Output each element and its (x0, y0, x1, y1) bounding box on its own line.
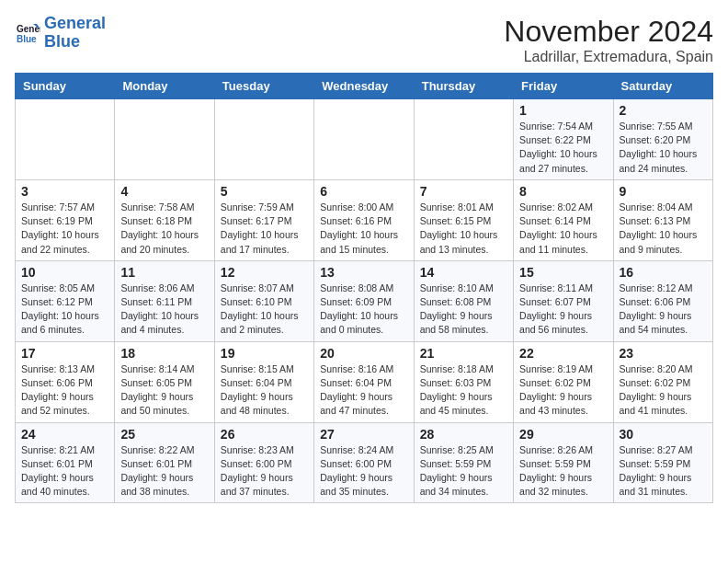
calendar-cell: 3Sunrise: 7:57 AM Sunset: 6:19 PM Daylig… (16, 179, 115, 260)
calendar-cell: 28Sunrise: 8:25 AM Sunset: 5:59 PM Dayli… (414, 422, 513, 503)
day-number: 9 (620, 184, 707, 199)
calendar-cell: 2Sunrise: 7:55 AM Sunset: 6:20 PM Daylig… (613, 99, 712, 180)
day-number: 10 (21, 265, 108, 280)
day-info: Sunrise: 8:20 AM Sunset: 6:02 PM Dayligh… (620, 362, 707, 419)
day-of-week-header: Friday (514, 74, 613, 99)
calendar-cell (414, 99, 513, 180)
day-of-week-header: Saturday (613, 74, 712, 99)
calendar-table: SundayMondayTuesdayWednesdayThursdayFrid… (15, 73, 713, 503)
day-info: Sunrise: 8:27 AM Sunset: 5:59 PM Dayligh… (620, 443, 707, 500)
day-info: Sunrise: 8:23 AM Sunset: 6:00 PM Dayligh… (221, 443, 308, 500)
day-number: 25 (120, 427, 208, 442)
calendar-cell: 20Sunrise: 8:16 AM Sunset: 6:04 PM Dayli… (314, 341, 414, 422)
calendar-cell: 19Sunrise: 8:15 AM Sunset: 6:04 PM Dayli… (214, 341, 313, 422)
calendar-week-row: 10Sunrise: 8:05 AM Sunset: 6:12 PM Dayli… (16, 260, 713, 341)
day-number: 2 (620, 103, 707, 118)
day-number: 18 (120, 346, 208, 361)
day-info: Sunrise: 8:04 AM Sunset: 6:13 PM Dayligh… (620, 201, 707, 257)
calendar-cell: 8Sunrise: 8:02 AM Sunset: 6:14 PM Daylig… (514, 179, 613, 260)
day-number: 17 (21, 346, 108, 361)
day-info: Sunrise: 7:59 AM Sunset: 6:17 PM Dayligh… (221, 201, 308, 257)
calendar-cell (16, 99, 115, 180)
calendar-cell: 17Sunrise: 8:13 AM Sunset: 6:06 PM Dayli… (16, 341, 115, 422)
day-info: Sunrise: 8:24 AM Sunset: 6:00 PM Dayligh… (320, 443, 407, 500)
calendar-cell: 5Sunrise: 7:59 AM Sunset: 6:17 PM Daylig… (214, 179, 313, 260)
calendar-cell: 29Sunrise: 8:26 AM Sunset: 5:59 PM Dayli… (514, 422, 613, 503)
day-number: 4 (120, 184, 208, 199)
calendar-cell: 14Sunrise: 8:10 AM Sunset: 6:08 PM Dayli… (414, 260, 513, 341)
calendar-cell: 10Sunrise: 8:05 AM Sunset: 6:12 PM Dayli… (16, 260, 115, 341)
day-info: Sunrise: 8:11 AM Sunset: 6:07 PM Dayligh… (519, 282, 607, 338)
day-info: Sunrise: 8:19 AM Sunset: 6:02 PM Dayligh… (519, 362, 607, 419)
calendar-cell: 24Sunrise: 8:21 AM Sunset: 6:01 PM Dayli… (16, 422, 115, 503)
calendar-cell: 27Sunrise: 8:24 AM Sunset: 6:00 PM Dayli… (314, 422, 414, 503)
day-number: 14 (420, 265, 507, 280)
day-number: 16 (620, 265, 707, 280)
calendar-cell: 23Sunrise: 8:20 AM Sunset: 6:02 PM Dayli… (613, 341, 712, 422)
calendar-week-row: 3Sunrise: 7:57 AM Sunset: 6:19 PM Daylig… (16, 179, 713, 260)
day-info: Sunrise: 8:07 AM Sunset: 6:10 PM Dayligh… (221, 282, 308, 338)
day-number: 8 (519, 184, 607, 199)
day-info: Sunrise: 8:16 AM Sunset: 6:04 PM Dayligh… (320, 362, 407, 419)
day-number: 13 (320, 265, 407, 280)
location: Ladrillar, Extremadura, Spain (504, 49, 713, 65)
calendar-week-row: 24Sunrise: 8:21 AM Sunset: 6:01 PM Dayli… (16, 422, 713, 503)
calendar-cell (214, 99, 313, 180)
calendar-cell: 30Sunrise: 8:27 AM Sunset: 5:59 PM Dayli… (613, 422, 712, 503)
calendar-week-row: 1Sunrise: 7:54 AM Sunset: 6:22 PM Daylig… (16, 99, 713, 180)
day-info: Sunrise: 8:15 AM Sunset: 6:04 PM Dayligh… (221, 362, 308, 419)
day-number: 12 (221, 265, 308, 280)
day-info: Sunrise: 8:08 AM Sunset: 6:09 PM Dayligh… (320, 282, 407, 338)
svg-text:Blue: Blue (17, 34, 37, 44)
day-number: 23 (620, 346, 707, 361)
day-info: Sunrise: 8:06 AM Sunset: 6:11 PM Dayligh… (120, 282, 208, 338)
day-number: 29 (519, 427, 607, 442)
calendar-cell: 11Sunrise: 8:06 AM Sunset: 6:11 PM Dayli… (115, 260, 214, 341)
day-number: 28 (420, 427, 507, 442)
day-info: Sunrise: 8:00 AM Sunset: 6:16 PM Dayligh… (320, 201, 407, 257)
calendar-cell: 4Sunrise: 7:58 AM Sunset: 6:18 PM Daylig… (115, 179, 214, 260)
calendar-cell: 16Sunrise: 8:12 AM Sunset: 6:06 PM Dayli… (613, 260, 712, 341)
day-number: 19 (221, 346, 308, 361)
calendar-cell (115, 99, 214, 180)
day-number: 1 (519, 103, 607, 118)
calendar-cell: 26Sunrise: 8:23 AM Sunset: 6:00 PM Dayli… (214, 422, 313, 503)
calendar-cell: 15Sunrise: 8:11 AM Sunset: 6:07 PM Dayli… (514, 260, 613, 341)
day-number: 21 (420, 346, 507, 361)
calendar-cell: 7Sunrise: 8:01 AM Sunset: 6:15 PM Daylig… (414, 179, 513, 260)
calendar-cell: 18Sunrise: 8:14 AM Sunset: 6:05 PM Dayli… (115, 341, 214, 422)
logo: General Blue General Blue (15, 15, 106, 52)
calendar-cell: 25Sunrise: 8:22 AM Sunset: 6:01 PM Dayli… (115, 422, 214, 503)
day-of-week-header: Wednesday (314, 74, 414, 99)
day-info: Sunrise: 8:01 AM Sunset: 6:15 PM Dayligh… (420, 201, 507, 257)
day-info: Sunrise: 8:02 AM Sunset: 6:14 PM Dayligh… (519, 201, 607, 257)
calendar-header: SundayMondayTuesdayWednesdayThursdayFrid… (16, 74, 713, 99)
calendar-week-row: 17Sunrise: 8:13 AM Sunset: 6:06 PM Dayli… (16, 341, 713, 422)
day-number: 3 (21, 184, 108, 199)
day-info: Sunrise: 8:25 AM Sunset: 5:59 PM Dayligh… (420, 443, 507, 500)
day-number: 27 (320, 427, 407, 442)
day-info: Sunrise: 8:05 AM Sunset: 6:12 PM Dayligh… (21, 282, 108, 338)
month-year: November 2024 (504, 15, 713, 49)
day-number: 6 (320, 184, 407, 199)
day-info: Sunrise: 8:26 AM Sunset: 5:59 PM Dayligh… (519, 443, 607, 500)
calendar-cell: 6Sunrise: 8:00 AM Sunset: 6:16 PM Daylig… (314, 179, 414, 260)
day-number: 15 (519, 265, 607, 280)
day-number: 26 (221, 427, 308, 442)
day-info: Sunrise: 8:18 AM Sunset: 6:03 PM Dayligh… (420, 362, 507, 419)
day-info: Sunrise: 8:13 AM Sunset: 6:06 PM Dayligh… (21, 362, 108, 419)
logo-text: General Blue (44, 15, 106, 52)
day-number: 30 (620, 427, 707, 442)
calendar-cell: 1Sunrise: 7:54 AM Sunset: 6:22 PM Daylig… (514, 99, 613, 180)
day-info: Sunrise: 7:54 AM Sunset: 6:22 PM Dayligh… (519, 120, 607, 176)
day-number: 7 (420, 184, 507, 199)
day-number: 24 (21, 427, 108, 442)
day-info: Sunrise: 8:21 AM Sunset: 6:01 PM Dayligh… (21, 443, 108, 500)
calendar-cell: 21Sunrise: 8:18 AM Sunset: 6:03 PM Dayli… (414, 341, 513, 422)
calendar-cell: 12Sunrise: 8:07 AM Sunset: 6:10 PM Dayli… (214, 260, 313, 341)
day-info: Sunrise: 8:14 AM Sunset: 6:05 PM Dayligh… (120, 362, 208, 419)
calendar-cell (314, 99, 414, 180)
day-of-week-header: Monday (115, 74, 214, 99)
day-info: Sunrise: 7:55 AM Sunset: 6:20 PM Dayligh… (620, 120, 707, 176)
title-block: November 2024 Ladrillar, Extremadura, Sp… (504, 15, 713, 65)
